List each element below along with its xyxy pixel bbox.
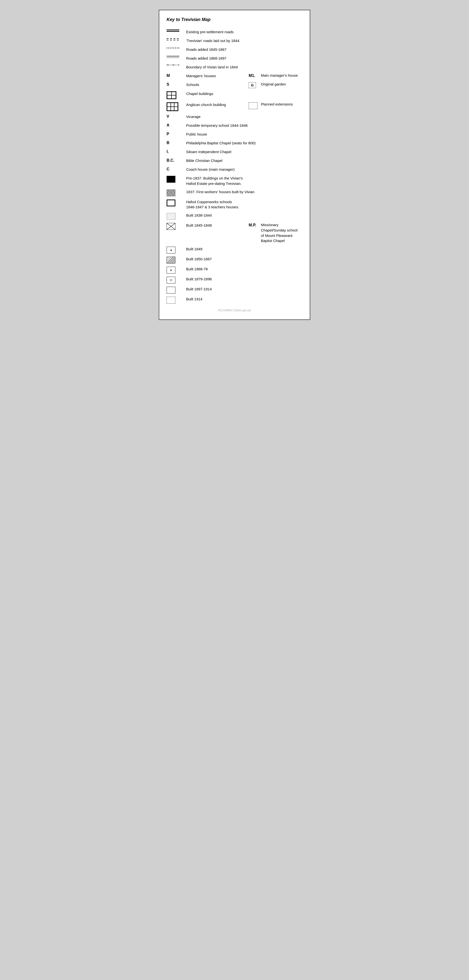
label-built-1868: Built 1868-78 (186, 266, 302, 272)
symbol-1837 (167, 189, 186, 196)
dotted-box-icon (167, 213, 175, 220)
dot-center-icon (167, 247, 175, 253)
row-boundary: Boundary of Vivian land in 1844 (167, 63, 302, 72)
label-built-1914: Built 1914 (186, 296, 302, 302)
row-roads-1845: Roads added 1845-1867 (167, 45, 302, 54)
row-vicarage: V Vicarage (167, 112, 302, 121)
row-schools: S Schools G Original garden (167, 80, 302, 89)
road-thin-double-icon (167, 56, 179, 58)
built-1845-text: Built 1845-1848 (186, 223, 212, 228)
road-solid-icon (167, 30, 179, 32)
symbol-anglican (167, 102, 186, 111)
row-managers: M Managers' houses M1. Main manager's ho… (167, 72, 302, 80)
symbol-MP: M.P. (249, 222, 261, 228)
row-bible-christian: B.C. Bible Christian Chapel (167, 156, 302, 165)
crosshatch-icon (167, 189, 175, 196)
symbol-schools: S (167, 81, 186, 87)
symbol-chapel (167, 91, 186, 99)
road-dashed-double-icon (167, 38, 179, 40)
row-built-1845: Built 1845-1848 M.P. MissionaryChapel/Su… (167, 221, 302, 245)
label-temp-school: Possible temporary school 1844-1846 (186, 123, 302, 128)
row-pre1837: Pre-1837: Buildings on the Vivian'sHafod… (167, 174, 302, 188)
symbol-built-1897 (167, 286, 186, 294)
symbol-hafod-schools (167, 199, 186, 206)
row-built-1838: Built 1838-1844 (167, 211, 302, 221)
label-built-1849: Built 1849 (186, 246, 302, 252)
label-baptist: Philadelphia Baptist Chapel (seats for 8… (186, 140, 302, 146)
map-title: Key to Trevivian Map (167, 17, 302, 22)
anglican-grid-icon (167, 102, 178, 111)
label-built-1850: Built 1850-1867 (186, 256, 302, 262)
symbol-public-house: P (167, 131, 186, 136)
symbol-pre1837 (167, 175, 186, 183)
symbol-built-1868: × (167, 266, 186, 274)
label-G: Original garden (261, 81, 286, 87)
label-1837: 1837: First workers' houses built by Viv… (186, 189, 302, 195)
symbol-G: G (249, 81, 261, 88)
label-vicarage: Vicarage (186, 113, 302, 119)
symbol-built-1879 (167, 276, 186, 283)
label-chapel: Chapel buildings (186, 91, 302, 97)
label-managers: Managers' houses (186, 73, 249, 79)
right-col-MP: M.P. MissionaryChapel/Sunday schoolof Mo… (249, 222, 302, 243)
row-chapel: Chapel buildings (167, 89, 302, 100)
map-key-container: Key to Trevivian Map Existing pre-settle… (159, 10, 310, 320)
label-roads-1845: Roads added 1845-1867 (186, 46, 302, 52)
right-col-anglican: Planned extensions (249, 102, 302, 109)
label-built-1879: Built 1879-1896 (186, 276, 302, 282)
label-public-house: Public house (186, 131, 302, 137)
symbol-managers: M (167, 73, 186, 78)
label-existing-roads: Existing pre-settlement roads (186, 29, 302, 35)
symbol-built-1845 (167, 222, 186, 230)
letter-S-icon: S (167, 82, 169, 87)
road-dotted-icon (167, 48, 179, 48)
right-col-schools: G Original garden (249, 81, 302, 88)
symbol-baptist: B (167, 140, 186, 145)
letter-BC-icon: B.C. (167, 158, 174, 163)
hollow-rect-icon (167, 199, 175, 206)
small-x-box-icon: × (167, 267, 175, 274)
letter-M1-icon: M1. (249, 73, 255, 78)
x-box-icon (167, 223, 175, 230)
watermark: RCAHMW Coflein.gov.uk (167, 309, 302, 312)
symbol-built-1849 (167, 246, 186, 253)
letter-B-icon: B (167, 141, 169, 145)
row-baptist: B Philadelphia Baptist Chapel (seats for… (167, 139, 302, 148)
empty-box-icon (167, 287, 175, 294)
label-roads-1868: Roads added 1868-1897 (186, 55, 302, 61)
anglican-text: Anglican church building (186, 103, 226, 107)
label-M1: Main manager's house (261, 73, 298, 78)
symbol-existing-roads (167, 29, 186, 32)
row-roads-1868: Roads added 1868-1897 (167, 54, 302, 63)
label-hafod-schools: Hafod Copperworks schools1846-1847 & 3 t… (186, 199, 302, 210)
row-hafod-schools: Hafod Copperworks schools1846-1847 & 3 t… (167, 197, 302, 211)
planned-ext-icon (249, 102, 257, 109)
letter-A-icon: A (167, 123, 169, 127)
row-siloam: I. Siloam Independent Chapel (167, 148, 302, 156)
row-existing-roads: Existing pre-settlement roads (167, 28, 302, 37)
symbol-roads-1868 (167, 55, 186, 58)
letter-V-icon: V (167, 114, 169, 119)
symbol-planned-ext (249, 102, 261, 109)
symbol-M1: M1. (249, 73, 261, 78)
diag-box-icon (167, 257, 175, 264)
label-coach-house: Coach house (main manager) (186, 166, 302, 172)
row-built-1897: Built 1897-1914 (167, 285, 302, 295)
row-built-1879: Built 1879-1896 (167, 275, 302, 285)
symbol-coach-house: C (167, 166, 186, 172)
label-trevivian-roads: 'Trevivian' roads laid out by 1844 (186, 38, 302, 43)
row-built-1914: Built 1914 (167, 295, 302, 305)
row-trevivian-roads: 'Trevivian' roads laid out by 1844 (167, 37, 302, 45)
row-built-1849: Built 1849 (167, 245, 302, 255)
key-rows: Existing pre-settlement roads 'Trevivian… (167, 28, 302, 305)
g-box-icon: G (249, 82, 256, 88)
symbol-built-1838 (167, 212, 186, 220)
label-built-1838: Built 1838-1844 (186, 212, 302, 218)
symbol-trevivian-roads (167, 38, 186, 40)
row-coach-house: C Coach house (main manager) (167, 165, 302, 174)
label-schools: Schools (186, 81, 249, 88)
label-built-1845: Built 1845-1848 (186, 222, 249, 228)
letter-C-icon: C (167, 167, 169, 172)
row-1837: 1837: First workers' houses built by Viv… (167, 188, 302, 197)
solid-black-icon (167, 176, 175, 183)
